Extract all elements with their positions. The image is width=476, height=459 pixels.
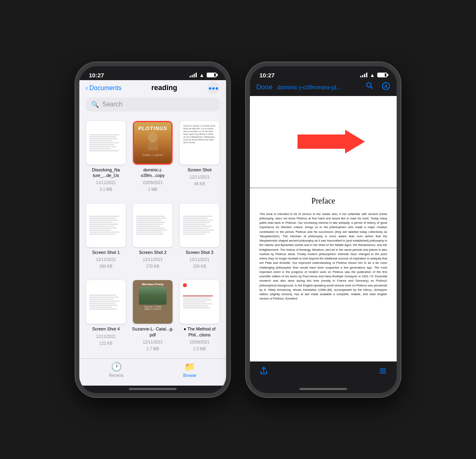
search-bar[interactable]: 🔍 Search xyxy=(86,98,220,111)
file-size-1: 3.1 MB xyxy=(100,187,112,192)
pdf-blank-page xyxy=(250,96,397,187)
file-size-2: 1 MB xyxy=(148,187,157,192)
plotinus-figure xyxy=(142,131,164,153)
file-thumb-1 xyxy=(86,121,126,165)
file-date-7: 12/11/2021 xyxy=(96,334,116,339)
phone-1: 10:27 ↗ ▲ ‹ Documents reading ● xyxy=(75,62,230,397)
file-item-8[interactable]: Merleau-Ponty Suzanne L. CataldiWilliam … xyxy=(129,275,176,358)
wifi-icon-1: ▲ xyxy=(199,72,204,78)
file-date-4: 12/11/2021 xyxy=(96,257,116,262)
file-item-3[interactable]: science or physics, in a broad sense whi… xyxy=(176,116,223,199)
file-item-6[interactable]: Screen Shot 3 12/11/2021 256 KB xyxy=(176,199,223,276)
search-icon: 🔍 xyxy=(91,101,99,108)
wifi-icon-2: ▲ xyxy=(370,72,375,78)
chevron-left-icon: ‹ xyxy=(86,85,88,92)
search-icon-reader[interactable] xyxy=(366,82,374,93)
back-label: Documents xyxy=(89,85,121,92)
browse-icon: 📁 xyxy=(184,362,195,372)
file-name-9: ● The Method of Phil...ctions xyxy=(178,326,221,338)
file-size-9: 2.3 MB xyxy=(193,347,206,351)
battery-icon-2 xyxy=(377,73,387,77)
reader-bottom-bar xyxy=(250,361,397,386)
file-size-4: 280 KB xyxy=(100,264,113,269)
file-name-4: Screen Shot 1 xyxy=(92,250,120,255)
back-button[interactable]: ‹ Documents xyxy=(86,85,121,92)
file-size-5: 270 KB xyxy=(146,264,159,269)
phone-2: 10:27 ↗ ▲ Done dominic-j-o39meara-pl... xyxy=(246,62,401,397)
status-icons-2: ▲ xyxy=(360,72,387,78)
pdf-text-page: Preface This book is intended to be of s… xyxy=(250,188,397,361)
status-time-1: 10:27 xyxy=(89,72,104,79)
file-item-5[interactable]: Screen Shot 2 12/11/2021 270 KB xyxy=(129,199,176,276)
file-item-9[interactable]: ● The Method of Phil...ctions 10/09/2021… xyxy=(176,275,223,358)
notch xyxy=(121,66,184,80)
file-item-7[interactable]: Screen Shot 4 12/11/2021 122 KB xyxy=(83,275,129,358)
file-thumb-5 xyxy=(133,204,173,247)
reader-nav: Done dominic-j-o39meara-pl... A xyxy=(250,80,397,96)
done-button[interactable]: Done xyxy=(256,83,273,91)
recents-label: Recents xyxy=(109,373,124,378)
tab-recents[interactable]: 🕐 Recents xyxy=(109,362,124,378)
files-nav-bar: ‹ Documents reading ●●● xyxy=(79,80,226,98)
file-name-2: dominic-j- o39m...copy xyxy=(132,167,174,179)
signal-bars-2 xyxy=(360,73,367,77)
file-date-8: 12/11/2021 xyxy=(143,340,163,344)
arrow-body xyxy=(298,134,345,149)
status-time-2: 10:27 xyxy=(259,72,274,79)
home-indicator-2 xyxy=(299,388,347,390)
reader-screen: Done dominic-j-o39meara-pl... A xyxy=(250,80,397,386)
file-name-7: Screen Shot 4 xyxy=(92,326,120,332)
file-name-3: Screen Shot xyxy=(188,167,212,173)
plotinus-title: PLOTINUS xyxy=(138,125,167,131)
file-item-2[interactable]: PLOTINUS DOMINIC J. O'MEARA dominic-j- o… xyxy=(129,116,176,199)
tab-browse[interactable]: 📁 Browse xyxy=(183,362,196,378)
red-dot xyxy=(183,283,187,287)
svg-point-0 xyxy=(148,132,157,143)
preface-text: This book is intended to be of service t… xyxy=(259,212,387,301)
file-thumb-2: PLOTINUS DOMINIC J. O'MEARA xyxy=(133,121,173,165)
file-date-6: 12/11/2021 xyxy=(190,257,209,262)
folder-title: reading xyxy=(152,84,177,92)
file-size-7: 122 KB xyxy=(100,341,113,346)
file-size-8: 1.7 MB xyxy=(146,347,159,351)
file-name-6: Screen Shot 3 xyxy=(186,250,213,255)
file-size-6: 256 KB xyxy=(193,264,206,269)
annotate-icon-reader[interactable]: A xyxy=(382,82,390,93)
file-thumb-9 xyxy=(180,280,219,324)
search-placeholder: Search xyxy=(102,101,123,108)
notch-2 xyxy=(292,66,355,80)
file-item-1[interactable]: Dissolving_Na ture_...de_Us 11/11/2021 3… xyxy=(83,116,129,199)
file-name-5: Screen Shot 2 xyxy=(139,250,167,255)
recents-icon: 🕐 xyxy=(111,362,122,372)
more-icon: ●●● xyxy=(208,85,218,91)
svg-text:A: A xyxy=(384,83,388,89)
reader-icons: A xyxy=(366,82,390,93)
files-screen: ‹ Documents reading ●●● 🔍 Search xyxy=(79,80,226,386)
file-name-1: Dissolving_Na ture_...de_Us xyxy=(85,167,127,179)
file-item-4[interactable]: Screen Shot 1 12/11/2021 280 KB xyxy=(83,199,129,276)
file-date-3: 12/11/2021 xyxy=(190,175,209,179)
file-name-8: Suzanne-L- Catal...g-pdf xyxy=(132,326,174,338)
browse-label: Browse xyxy=(183,373,196,378)
home-indicator-1 xyxy=(129,388,177,390)
status-icons-1: ▲ xyxy=(190,72,217,78)
file-date-2: 22/09/2021 xyxy=(143,181,163,185)
svg-rect-1 xyxy=(148,142,158,150)
file-thumb-6 xyxy=(180,204,219,247)
share-button[interactable] xyxy=(259,367,268,378)
toc-button[interactable] xyxy=(378,367,387,378)
more-button[interactable]: ●●● xyxy=(207,82,220,94)
battery-icon-1 xyxy=(207,73,217,77)
file-thumb-3: science or physics, in a broad sense whi… xyxy=(180,121,219,165)
file-date-5: 12/11/2021 xyxy=(143,257,163,262)
reader-doc-title: dominic-j-o39meara-pl... xyxy=(277,84,366,90)
file-size-3: 46 KB xyxy=(194,182,205,186)
file-date-1: 11/11/2021 xyxy=(96,181,116,185)
signal-bars-1 xyxy=(190,73,197,77)
file-thumb-8: Merleau-Ponty Suzanne L. CataldiWilliam … xyxy=(133,280,173,324)
file-thumb-7 xyxy=(86,280,126,324)
preface-title: Preface xyxy=(259,196,387,205)
arrow-container xyxy=(282,130,365,154)
file-date-9: 10/09/2021 xyxy=(190,340,209,344)
arrow-head xyxy=(345,130,365,154)
